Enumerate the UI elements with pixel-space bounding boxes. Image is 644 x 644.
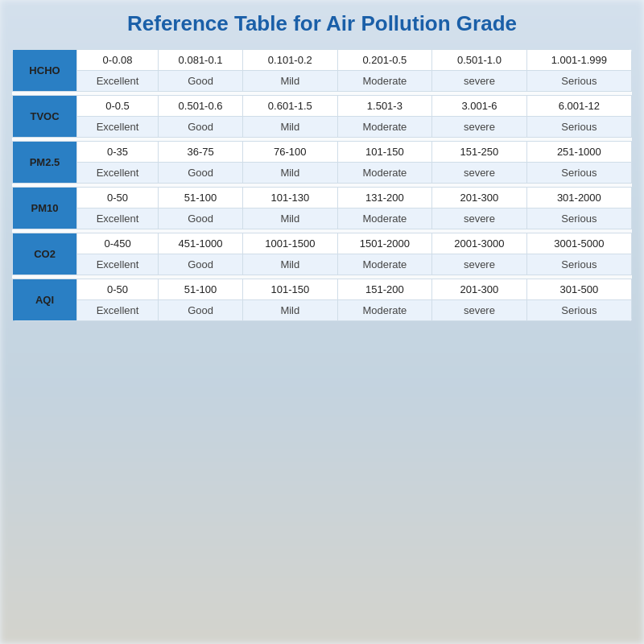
range-cell: 3001-5000 xyxy=(526,233,631,254)
grade-label: Moderate xyxy=(337,163,432,184)
row-header-pm10: PM10 xyxy=(13,188,77,229)
range-cell: 1.001-1.999 xyxy=(526,50,631,71)
grade-label: Good xyxy=(159,208,243,229)
table-row: TVOC0-0.50.501-0.60.601-1.51.501-33.001-… xyxy=(13,96,632,117)
grade-label: severe xyxy=(432,117,527,138)
grade-label: Moderate xyxy=(337,300,432,321)
grade-label: severe xyxy=(432,208,527,229)
label-row: ExcellentGoodMildModeratesevereSerious xyxy=(13,254,632,275)
grade-label: Moderate xyxy=(337,117,432,138)
grade-label: Serious xyxy=(526,300,631,321)
grade-label: Mild xyxy=(243,208,338,229)
grade-label: Good xyxy=(159,254,243,275)
range-cell: 2001-3000 xyxy=(432,233,527,254)
range-cell: 201-300 xyxy=(432,279,527,300)
range-cell: 0-35 xyxy=(77,142,159,163)
main-container: Reference Table for Air Pollution Grade … xyxy=(4,0,640,329)
grade-label: Mild xyxy=(243,300,338,321)
range-cell: 0-50 xyxy=(77,279,159,300)
grade-label: severe xyxy=(432,71,527,92)
table-row: PM2.50-3536-7576-100101-150151-250251-10… xyxy=(13,142,632,163)
range-cell: 6.001-12 xyxy=(526,96,631,117)
range-cell: 131-200 xyxy=(337,188,432,208)
grade-label: Serious xyxy=(526,208,631,229)
range-cell: 101-150 xyxy=(243,279,338,300)
label-row: ExcellentGoodMildModeratesevereSerious xyxy=(13,208,632,229)
row-header-co2: CO2 xyxy=(13,233,77,275)
grade-label: Mild xyxy=(243,117,338,138)
range-cell: 451-1000 xyxy=(159,233,243,254)
range-cell: 0-50 xyxy=(77,188,159,208)
table-row: CO20-450451-10001001-15001501-20002001-3… xyxy=(13,233,632,254)
range-cell: 3.001-6 xyxy=(432,96,527,117)
table-row: PM100-5051-100101-130131-200201-300301-2… xyxy=(13,188,632,208)
grade-label: Moderate xyxy=(337,208,432,229)
grade-label: Good xyxy=(159,163,243,184)
grade-label: Excellent xyxy=(77,208,159,229)
pollution-table: HCHO0-0.080.081-0.10.101-0.20.201-0.50.5… xyxy=(12,49,632,321)
range-cell: 0.081-0.1 xyxy=(159,50,243,71)
grade-label: Serious xyxy=(526,117,631,138)
range-cell: 151-200 xyxy=(337,279,432,300)
range-cell: 0.501-1.0 xyxy=(432,50,527,71)
range-cell: 301-500 xyxy=(526,279,631,300)
range-cell: 251-1000 xyxy=(526,142,631,163)
grade-label: Good xyxy=(159,71,243,92)
grade-label: Serious xyxy=(526,71,631,92)
grade-label: Good xyxy=(159,300,243,321)
grade-label: severe xyxy=(432,163,527,184)
range-cell: 101-130 xyxy=(243,188,338,208)
range-cell: 1001-1500 xyxy=(243,233,338,254)
grade-label: Excellent xyxy=(77,163,159,184)
range-cell: 301-2000 xyxy=(526,188,631,208)
row-header-aqi: AQI xyxy=(13,279,77,321)
grade-label: Excellent xyxy=(77,300,159,321)
range-cell: 1.501-3 xyxy=(337,96,432,117)
grade-label: Mild xyxy=(243,163,338,184)
row-header-hcho: HCHO xyxy=(13,50,77,92)
grade-label: Moderate xyxy=(337,71,432,92)
page-title: Reference Table for Air Pollution Grade xyxy=(12,8,632,39)
grade-label: Good xyxy=(159,117,243,138)
grade-label: Serious xyxy=(526,254,631,275)
range-cell: 51-100 xyxy=(159,279,243,300)
grade-label: Excellent xyxy=(77,117,159,138)
range-cell: 0-0.5 xyxy=(77,96,159,117)
table-row: HCHO0-0.080.081-0.10.101-0.20.201-0.50.5… xyxy=(13,50,632,71)
grade-label: Moderate xyxy=(337,254,432,275)
grade-label: Excellent xyxy=(77,71,159,92)
range-cell: 0-0.08 xyxy=(77,50,159,71)
grade-label: Excellent xyxy=(77,254,159,275)
range-cell: 201-300 xyxy=(432,188,527,208)
range-cell: 36-75 xyxy=(159,142,243,163)
range-cell: 0.201-0.5 xyxy=(337,50,432,71)
range-cell: 0.501-0.6 xyxy=(159,96,243,117)
grade-label: severe xyxy=(432,254,527,275)
range-cell: 0.101-0.2 xyxy=(243,50,338,71)
range-cell: 51-100 xyxy=(159,188,243,208)
table-row: AQI0-5051-100101-150151-200201-300301-50… xyxy=(13,279,632,300)
range-cell: 0.601-1.5 xyxy=(243,96,338,117)
grade-label: Mild xyxy=(243,71,338,92)
label-row: ExcellentGoodMildModeratesevereSerious xyxy=(13,163,632,184)
grade-label: severe xyxy=(432,300,527,321)
range-cell: 76-100 xyxy=(243,142,338,163)
label-row: ExcellentGoodMildModeratesevereSerious xyxy=(13,300,632,321)
grade-label: Serious xyxy=(526,163,631,184)
row-header-tvoc: TVOC xyxy=(13,96,77,138)
range-cell: 101-150 xyxy=(337,142,432,163)
label-row: ExcellentGoodMildModeratesevereSerious xyxy=(13,117,632,138)
range-cell: 0-450 xyxy=(77,233,159,254)
range-cell: 151-250 xyxy=(432,142,527,163)
label-row: ExcellentGoodMildModeratesevereSerious xyxy=(13,71,632,92)
row-header-pm2.5: PM2.5 xyxy=(13,142,77,184)
range-cell: 1501-2000 xyxy=(337,233,432,254)
table-wrapper: HCHO0-0.080.081-0.10.101-0.20.201-0.50.5… xyxy=(12,49,632,321)
grade-label: Mild xyxy=(243,254,338,275)
